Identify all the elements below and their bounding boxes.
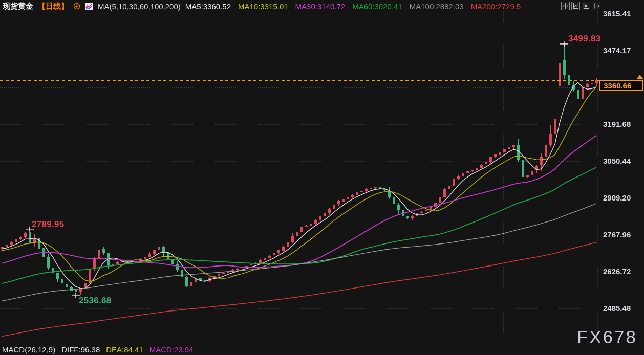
annotation-swing-high: 2789.95 [32, 219, 65, 230]
ma-legend-value: MA10:3315.01 [238, 2, 288, 11]
price-axis-tick: 2909.20 [603, 193, 631, 203]
annotation-swing-low: 2536.68 [79, 296, 112, 306]
ma-legend: MA5:3360.52MA10:3315.01MA30:3140.72MA60:… [185, 2, 521, 11]
ma-legend-value: MA60:3020.41 [352, 2, 402, 11]
price-axis-tick: 2485.48 [603, 304, 631, 313]
last-price-box: 3360.66 [599, 80, 643, 91]
macd-legend-item: DEA:84.41 [106, 345, 143, 354]
price-axis-tick: 3474.17 [603, 46, 631, 55]
price-axis-tick: 2767.96 [603, 230, 631, 239]
pan-tool-button[interactable] [561, 2, 570, 10]
ma-legend-value: MA200:2729.5 [471, 2, 521, 11]
add-indicator-icon[interactable] [73, 3, 80, 10]
chart-window: 现货黄金 【日线】 MA(5,10,30,60,100,200) MA5:336… [0, 0, 644, 355]
macd-legend-item: MACD:23.94 [149, 345, 194, 354]
ma-group-label: MA(5,10,30,60,100,200) [98, 2, 181, 11]
ma-legend-value: MA100:2882.03 [410, 2, 464, 11]
period-label[interactable]: 【日线】 [38, 2, 69, 11]
indicator-tool-button[interactable] [582, 2, 590, 10]
ma-legend-value: MA30:3140.72 [295, 2, 346, 11]
annotation-all-time-high: 3499.83 [568, 34, 601, 44]
price-axis-tick: 3191.68 [603, 120, 631, 129]
ma-legend-value: MA5:3360.52 [185, 2, 231, 11]
macd-legend-item: MACD(26,12,9) [2, 345, 55, 354]
last-price-value: 3360.66 [604, 81, 631, 90]
watermark: FX678 [577, 327, 637, 347]
macd-legend: MACD(26,12,9)DIFF:96.38DEA:84.41MACD:23.… [2, 345, 194, 354]
chart-legend: 现货黄金 【日线】 MA(5,10,30,60,100,200) MA5:336… [3, 1, 521, 11]
price-axis-tick: 3615.41 [603, 9, 631, 18]
scale-axis-tool-button[interactable] [571, 2, 580, 10]
symbol-name: 现货黄金 [3, 2, 33, 11]
macd-legend-item: DIFF:96.38 [61, 345, 100, 354]
price-up-arrow-icon [636, 75, 643, 79]
chart-toolbar [561, 2, 600, 10]
price-axis-tick: 3050.44 [603, 157, 631, 166]
chart-type-icon[interactable] [85, 3, 93, 10]
collapse-panel-tool-button[interactable] [592, 2, 600, 10]
price-axis-tick: 2626.72 [603, 267, 631, 276]
